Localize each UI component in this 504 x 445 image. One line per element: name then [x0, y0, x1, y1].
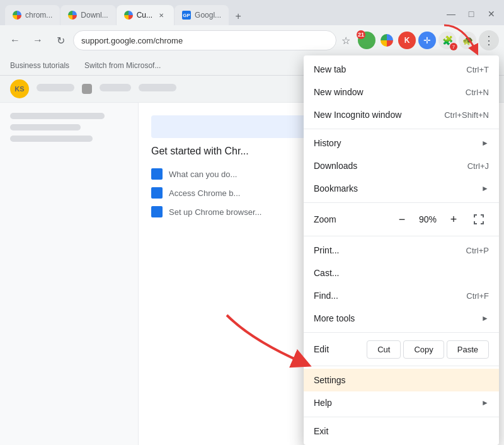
list-icon-2 [151, 187, 163, 199]
zoom-fullscreen-button[interactable] [469, 209, 489, 229]
menu-item-settings[interactable]: Settings [304, 369, 499, 391]
tab-3-title: Cu... [137, 11, 152, 20]
extension-5-badge: 7 [450, 43, 457, 50]
tab-2-title: Downl... [81, 11, 108, 20]
reload-button[interactable]: ↻ [50, 30, 71, 50]
menu-item-more-tools[interactable]: More tools ► [304, 307, 499, 330]
menu-item-exit[interactable]: Exit [304, 420, 499, 442]
menu-item-help[interactable]: Help ► [304, 391, 499, 414]
find-label: Find... [314, 291, 466, 301]
divider-3 [304, 236, 499, 236]
profile-avatar: KS [10, 79, 29, 98]
cut-button[interactable]: Cut [367, 340, 401, 359]
extension-6-icon[interactable]: 🐢 [459, 32, 476, 49]
copy-button[interactable]: Copy [403, 340, 444, 359]
divider-6 [304, 417, 499, 417]
back-button[interactable]: ← [5, 30, 25, 50]
paste-button[interactable]: Paste [447, 340, 489, 359]
close-button[interactable]: ✕ [484, 8, 499, 20]
bookmark-star-icon[interactable]: ☆ [341, 35, 350, 47]
new-tab-label: New tab [314, 64, 466, 74]
history-arrow-icon: ► [481, 139, 489, 147]
menu-item-find[interactable]: Find... Ctrl+F [304, 284, 499, 307]
bookmarks-label: Bookmarks [314, 183, 476, 194]
menu-item-history[interactable]: History ► [304, 132, 499, 154]
edit-row: Edit Cut Copy Paste [304, 335, 499, 363]
print-label: Print... [314, 245, 466, 255]
divider-1 [304, 129, 499, 129]
bookmarks-arrow-icon: ► [481, 184, 489, 193]
dropdown-menu: New tab Ctrl+T New window Ctrl+N New Inc… [304, 55, 499, 445]
bookmark-2-label: Switch from Microsof... [84, 61, 161, 70]
new-window-shortcut: Ctrl+N [466, 88, 489, 97]
minimize-button[interactable]: — [444, 8, 459, 20]
menu-item-new-tab[interactable]: New tab Ctrl+T [304, 58, 499, 81]
tab-1[interactable]: chrom... [5, 5, 60, 25]
tab-3-favicon [124, 11, 133, 20]
list-icon-3 [151, 206, 163, 217]
tabs-container: chrom... Downl... Cu... ✕ GP [5, 5, 444, 25]
extension-2-icon[interactable] [378, 32, 396, 49]
tab-4[interactable]: GP Googl... [175, 5, 229, 25]
edit-label: Edit [314, 344, 364, 354]
tab-1-favicon [13, 11, 21, 20]
placeholder-1 [37, 84, 74, 91]
new-tab-shortcut: Ctrl+T [466, 65, 489, 74]
address-text: support.google.com/chrome [81, 36, 328, 45]
extension-icons: 21 K ✛ 🧩 7 🐢 [358, 32, 476, 49]
zoom-minus-button[interactable]: − [392, 209, 412, 229]
tab-1-title: chrom... [25, 11, 52, 20]
incognito-label: New Incognito window [314, 110, 444, 120]
list-text-3: Set up Chrome browser... [169, 207, 261, 217]
history-label: History [314, 138, 476, 148]
svg-rect-3 [483, 214, 484, 217]
title-bar: chrom... Downl... Cu... ✕ GP [0, 0, 504, 25]
menu-item-new-window[interactable]: New window Ctrl+N [304, 81, 499, 103]
menu-item-print[interactable]: Print... Ctrl+P [304, 239, 499, 262]
forward-button[interactable]: → [28, 30, 48, 50]
tab-2[interactable]: Downl... [60, 5, 115, 25]
list-text-2: Access Chrome b... [169, 188, 240, 198]
zoom-value: 90% [412, 214, 444, 224]
placeholder-2 [82, 84, 92, 94]
profile-bar-placeholders [37, 84, 176, 94]
menu-button[interactable]: ⋮ [479, 30, 499, 50]
sidebar-placeholder-3 [10, 136, 93, 142]
list-icon-1 [151, 168, 163, 180]
menu-item-incognito[interactable]: New Incognito window Ctrl+Shift+N [304, 103, 499, 126]
tab-4-title: Googl... [195, 11, 221, 20]
menu-item-bookmarks[interactable]: Bookmarks ► [304, 177, 499, 200]
zoom-plus-button[interactable]: + [444, 209, 464, 229]
menu-item-cast[interactable]: Cast... [304, 262, 499, 284]
bookmark-item-2[interactable]: Switch from Microsof... [79, 59, 166, 72]
extension-3-icon[interactable]: K [398, 32, 416, 49]
sidebar-placeholder-1 [10, 113, 105, 119]
zoom-label: Zoom [314, 214, 392, 224]
extension-5-icon[interactable]: 🧩 7 [438, 32, 456, 49]
maximize-button[interactable]: □ [464, 8, 479, 20]
downloads-label: Downloads [314, 161, 467, 171]
toolbar: ← → ↻ support.google.com/chrome ☆ 21 K ✛… [0, 25, 504, 55]
page-sidebar [0, 103, 139, 445]
tab-3-close[interactable]: ✕ [156, 10, 166, 20]
bookmark-item-1[interactable]: Business tutorials [5, 59, 74, 72]
extension-4-icon[interactable]: ✛ [418, 32, 436, 49]
placeholder-4 [139, 84, 176, 91]
exit-label: Exit [314, 426, 489, 436]
list-text-1: What can you do... [169, 170, 237, 179]
help-label: Help [314, 398, 476, 408]
divider-4 [304, 332, 499, 333]
address-bar[interactable]: support.google.com/chrome [73, 30, 336, 50]
tab-2-favicon [68, 11, 77, 20]
divider-2 [304, 202, 499, 203]
menu-item-downloads[interactable]: Downloads Ctrl+J [304, 154, 499, 177]
tab-3[interactable]: Cu... ✕ [117, 5, 174, 25]
settings-label: Settings [314, 375, 489, 385]
new-tab-button[interactable]: + [229, 8, 247, 25]
extension-1-icon[interactable]: 21 [358, 32, 375, 49]
find-shortcut: Ctrl+F [466, 291, 489, 301]
more-tools-label: More tools [314, 313, 476, 323]
tab-4-favicon: GP [182, 11, 191, 20]
svg-rect-1 [474, 214, 475, 217]
bookmark-1-label: Business tutorials [10, 61, 69, 70]
